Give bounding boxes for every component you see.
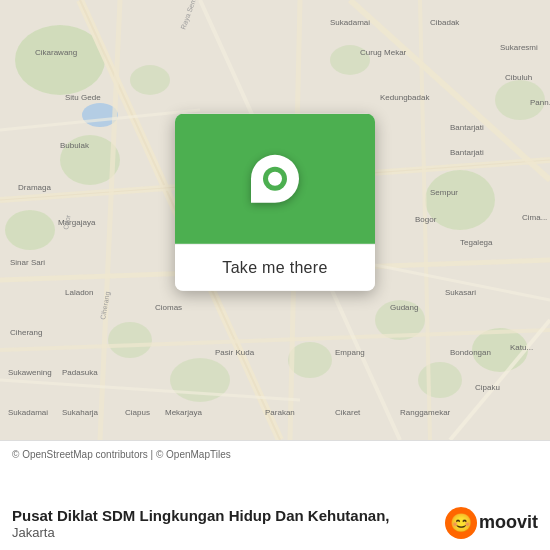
svg-text:Sukaresmi: Sukaresmi <box>500 43 538 52</box>
svg-point-10 <box>108 322 152 358</box>
moovit-logo: 😊 moovit <box>445 507 538 539</box>
svg-text:Bogor: Bogor <box>415 215 437 224</box>
svg-text:Padasuka: Padasuka <box>62 368 98 377</box>
card-map-preview <box>175 114 375 244</box>
svg-text:Gudang: Gudang <box>390 303 418 312</box>
moovit-wordmark: moovit <box>479 512 538 533</box>
bottom-bar: © OpenStreetMap contributors | © OpenMap… <box>0 440 550 550</box>
take-me-there-button[interactable]: Take me there <box>175 244 375 291</box>
svg-text:Kedungbadak: Kedungbadak <box>380 93 430 102</box>
map-container: Cikarawang Situ Gede Bubulak Dramaga Mar… <box>0 0 550 440</box>
svg-point-4 <box>130 65 170 95</box>
svg-point-13 <box>418 362 462 398</box>
svg-text:Bondongan: Bondongan <box>450 348 491 357</box>
attribution: © OpenStreetMap contributors | © OpenMap… <box>12 449 538 460</box>
svg-text:Cikaret: Cikaret <box>335 408 361 417</box>
place-city: Jakarta <box>12 525 437 540</box>
svg-text:Ciherang: Ciherang <box>10 328 42 337</box>
svg-text:Mekarjaya: Mekarjaya <box>165 408 202 417</box>
svg-text:Laladon: Laladon <box>65 288 93 297</box>
svg-text:Ranggamekar: Ranggamekar <box>400 408 451 417</box>
svg-text:Sukadamai: Sukadamai <box>330 18 370 27</box>
svg-text:Situ Gede: Situ Gede <box>65 93 101 102</box>
svg-point-1 <box>15 25 105 95</box>
svg-text:Curug Mekar: Curug Mekar <box>360 48 407 57</box>
svg-text:Sukawening: Sukawening <box>8 368 52 377</box>
svg-text:Bubulak: Bubulak <box>60 141 90 150</box>
svg-text:Pasir Kuda: Pasir Kuda <box>215 348 255 357</box>
svg-text:Cima...: Cima... <box>522 213 547 222</box>
svg-text:Katu...: Katu... <box>510 343 533 352</box>
svg-text:Sinar Sari: Sinar Sari <box>10 258 45 267</box>
svg-text:Tegalega: Tegalega <box>460 238 493 247</box>
svg-text:Cibadak: Cibadak <box>430 18 460 27</box>
svg-text:Parakan: Parakan <box>265 408 295 417</box>
overlay-card: Take me there <box>175 114 375 291</box>
svg-text:Ciapus: Ciapus <box>125 408 150 417</box>
svg-point-3 <box>5 210 55 250</box>
map-pin <box>251 155 299 203</box>
svg-text:Sukasari: Sukasari <box>445 288 476 297</box>
place-info: Pusat Diklat SDM Lingkungan Hidup Dan Ke… <box>12 506 538 545</box>
svg-text:Pann...: Pann... <box>530 98 550 107</box>
svg-text:Dramaga: Dramaga <box>18 183 51 192</box>
moovit-face-icon: 😊 <box>445 507 477 539</box>
svg-text:Cipaku: Cipaku <box>475 383 500 392</box>
map-pin-inner <box>268 172 282 186</box>
svg-text:Sukaharja: Sukaharja <box>62 408 99 417</box>
svg-text:Cibuluh: Cibuluh <box>505 73 532 82</box>
svg-text:Sukadamai: Sukadamai <box>8 408 48 417</box>
svg-text:Ciomas: Ciomas <box>155 303 182 312</box>
svg-text:Bantarjati: Bantarjati <box>450 123 484 132</box>
place-name: Pusat Diklat SDM Lingkungan Hidup Dan Ke… <box>12 506 437 526</box>
svg-text:Sempur: Sempur <box>430 188 458 197</box>
svg-text:Empang: Empang <box>335 348 365 357</box>
svg-text:Cikarawang: Cikarawang <box>35 48 77 57</box>
svg-text:Bantarjati: Bantarjati <box>450 148 484 157</box>
